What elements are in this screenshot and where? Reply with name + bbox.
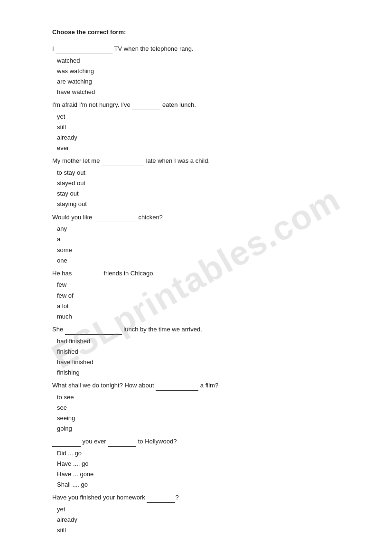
options-list-q1: watchedwas watchingare watchinghave watc… xyxy=(52,56,354,97)
question-block-q8: you ever to Hollywood?Did ... goHave ...… xyxy=(52,437,354,490)
sentence-after: lunch by the time we arrived. xyxy=(122,326,202,333)
question-block-q9: Have you finished your homework ?yetalre… xyxy=(52,493,354,536)
option-item-q5-3: much xyxy=(57,311,354,322)
option-item-q4-3: one xyxy=(57,255,354,266)
sentence-mid: you ever xyxy=(81,438,108,445)
question-sentence-q7: What shall we do tonight? How about a fi… xyxy=(52,381,354,391)
question-sentence-q5: He has friends in Chicago. xyxy=(52,269,354,279)
blank-1 xyxy=(52,440,81,447)
blank-field xyxy=(147,496,175,503)
question-sentence-q2: I'm afraid I'm not hungry. I've eaten lu… xyxy=(52,100,354,110)
option-item-q1-3: have watched xyxy=(57,87,354,97)
option-item-q2-3: ever xyxy=(57,143,354,153)
option-item-q3-1: stayed out xyxy=(57,178,354,188)
question-sentence-q6: She lunch by the time we arrived. xyxy=(52,325,354,335)
options-list-q6: had finishedfinishedhave finishedfinishi… xyxy=(52,336,354,378)
option-item-q8-1: Have .... go xyxy=(57,459,354,469)
option-item-q4-0: any xyxy=(57,224,354,234)
sentence-before: He has xyxy=(52,270,74,277)
option-item-q6-3: finishing xyxy=(57,367,354,378)
sentence-before: What shall we do tonight? How about xyxy=(52,382,156,389)
question-sentence-q8: you ever to Hollywood? xyxy=(52,437,354,447)
question-block-q7: What shall we do tonight? How about a fi… xyxy=(52,381,354,434)
question-sentence-q3: My mother let me late when I was a child… xyxy=(52,156,354,166)
question-block-q6: She lunch by the time we arrived.had fin… xyxy=(52,325,354,378)
option-item-q2-2: already xyxy=(57,132,354,143)
blank-field xyxy=(102,160,144,166)
sentence-before: I xyxy=(52,45,56,52)
sentence-after: late when I was a child. xyxy=(144,157,210,164)
question-block-q5: He has friends in Chicago.fewfew ofa lot… xyxy=(52,269,354,322)
sentence-after: ? xyxy=(175,494,178,501)
sentence-after: TV when the telephone rang. xyxy=(112,45,193,52)
option-item-q2-0: yet xyxy=(57,112,354,122)
option-item-q7-1: see xyxy=(57,403,354,413)
blank-field xyxy=(156,384,198,391)
option-item-q1-0: watched xyxy=(57,56,354,66)
sentence-before: Have you finished your homework xyxy=(52,494,147,501)
option-item-q3-3: staying out xyxy=(57,199,354,209)
blank-field xyxy=(132,103,160,110)
sentence-after: a film? xyxy=(198,382,218,389)
option-item-q3-0: to stay out xyxy=(57,168,354,178)
options-list-q8: Did ... goHave .... goHave ... goneShall… xyxy=(52,448,354,490)
options-list-q2: yetstillalreadyever xyxy=(52,112,354,153)
option-item-q5-2: a lot xyxy=(57,301,354,311)
questions-container: I TV when the telephone rang.watchedwas … xyxy=(52,44,354,536)
option-item-q7-0: to see xyxy=(57,392,354,403)
option-item-q7-3: going xyxy=(57,423,354,434)
option-item-q5-0: few xyxy=(57,280,354,290)
option-item-q7-2: seeing xyxy=(57,413,354,423)
blank-field xyxy=(65,328,122,335)
option-item-q6-0: had finished xyxy=(57,336,354,347)
blank-2 xyxy=(108,440,136,447)
question-block-q2: I'm afraid I'm not hungry. I've eaten lu… xyxy=(52,100,354,153)
blank-field xyxy=(94,216,137,222)
sentence-before: She xyxy=(52,326,65,333)
question-sentence-q1: I TV when the telephone rang. xyxy=(52,44,354,54)
sentence-after: to Hollywood? xyxy=(136,438,177,445)
question-block-q4: Would you like chicken?anyasomeone xyxy=(52,213,354,266)
options-list-q7: to seeseeseeinggoing xyxy=(52,392,354,434)
option-item-q1-1: was watching xyxy=(57,66,354,76)
option-item-q6-1: finished xyxy=(57,347,354,357)
option-item-q5-1: few of xyxy=(57,291,354,301)
blank-field xyxy=(56,47,112,54)
option-item-q9-1: already xyxy=(57,515,354,525)
sentence-after: eaten lunch. xyxy=(160,101,196,108)
sentence-before: My mother let me xyxy=(52,157,102,164)
option-item-q9-2: still xyxy=(57,525,354,536)
option-item-q2-1: still xyxy=(57,122,354,132)
option-item-q8-0: Did ... go xyxy=(57,448,354,459)
option-item-q3-2: stay out xyxy=(57,188,354,199)
options-list-q9: yetalreadystill xyxy=(52,504,354,536)
option-item-q8-2: Have ... gone xyxy=(57,469,354,480)
option-item-q1-2: are watching xyxy=(57,76,354,87)
page-title: Choose the correct form: xyxy=(52,28,354,36)
question-block-q1: I TV when the telephone rang.watchedwas … xyxy=(52,44,354,97)
options-list-q3: to stay outstayed outstay outstaying out xyxy=(52,168,354,209)
option-item-q4-2: some xyxy=(57,245,354,255)
options-list-q5: fewfew ofa lotmuch xyxy=(52,280,354,321)
sentence-after: chicken? xyxy=(137,214,163,221)
question-sentence-q4: Would you like chicken? xyxy=(52,213,354,223)
question-sentence-q9: Have you finished your homework ? xyxy=(52,493,354,503)
option-item-q8-3: Shall .... go xyxy=(57,480,354,490)
sentence-after: friends in Chicago. xyxy=(102,270,155,277)
option-item-q9-0: yet xyxy=(57,504,354,515)
question-block-q3: My mother let me late when I was a child… xyxy=(52,156,354,209)
options-list-q4: anyasomeone xyxy=(52,224,354,265)
option-item-q4-1: a xyxy=(57,234,354,245)
option-item-q6-2: have finished xyxy=(57,357,354,367)
sentence-before: Would you like xyxy=(52,214,94,221)
blank-field xyxy=(74,272,102,278)
sentence-before: I'm afraid I'm not hungry. I've xyxy=(52,101,132,108)
